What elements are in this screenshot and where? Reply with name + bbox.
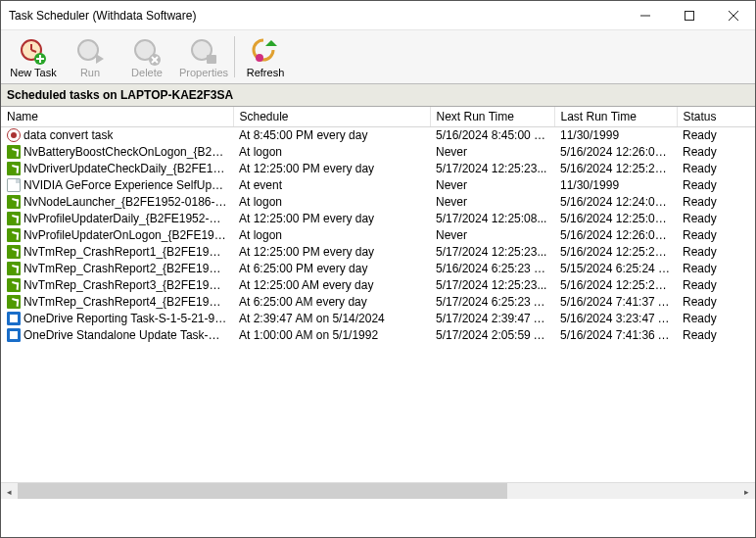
properties-button: Properties [175,32,232,81]
task-schedule: At 1:00:00 AM on 5/1/1992 [233,327,430,344]
clock-plus-icon [20,38,47,66]
task-name: NvNodeLauncher_{B2FE1952-0186-46C3-... [24,195,227,209]
task-schedule: At 12:25:00 PM every day [233,211,430,227]
task-last: 5/15/2024 6:25:24 PM [554,261,677,277]
refresh-button[interactable]: Refresh [237,32,294,81]
table-row[interactable]: NvBatteryBoostCheckOnLogon_{B2FE195...At… [1,144,755,161]
task-next: Never [430,194,554,211]
task-icon [7,295,21,309]
task-schedule: At 6:25:00 AM every day [233,294,430,311]
task-name: NvDriverUpdateCheckDaily_{B2FE1952-0... [24,162,227,175]
task-last: 11/30/1999 [554,177,677,194]
task-next: Never [430,177,554,194]
run-label: Run [80,67,100,78]
titlebar[interactable]: Task Scheduler (Withdata Software) [1,1,755,30]
task-icon [7,145,21,159]
task-name: NvProfileUpdaterOnLogon_{B2FE1952-01... [24,228,227,242]
task-schedule: At event [233,177,430,194]
scroll-track[interactable] [18,483,738,499]
task-name: NvTmRep_CrashReport2_{B2FE1952-018... [24,262,227,275]
task-last: 5/16/2024 12:26:00... [554,227,677,244]
task-next: 5/17/2024 2:39:47 AM [430,311,554,327]
refresh-icon [252,38,279,66]
table-row[interactable]: data convert taskAt 8:45:00 PM every day… [1,127,755,144]
col-last[interactable]: Last Run Time [554,107,677,127]
task-last: 5/16/2024 12:26:00... [554,144,677,161]
play-icon [76,38,104,66]
task-name: data convert task [24,128,113,142]
task-status: Ready [677,127,755,144]
horizontal-scrollbar[interactable]: ◂ ▸ [1,482,755,499]
col-name[interactable]: Name [1,107,233,127]
task-schedule: At 12:25:00 PM every day [233,244,430,261]
table-row[interactable]: OneDrive Reporting Task-S-1-5-21-91240..… [1,311,755,327]
task-next: 5/17/2024 12:25:08... [430,211,554,227]
task-name: NVIDIA GeForce Experience SelfUpdate_{..… [24,178,227,192]
task-name: OneDrive Standalone Update Task-S-1-5-..… [24,328,227,342]
task-status: Ready [677,277,755,294]
col-next[interactable]: Next Run Time [430,107,554,127]
maximize-button[interactable] [667,1,711,29]
task-status: Ready [677,227,755,244]
scroll-thumb[interactable] [18,483,507,499]
task-name: OneDrive Reporting Task-S-1-5-21-91240..… [24,312,227,325]
task-last: 5/16/2024 12:25:24... [554,161,677,177]
task-next: 5/17/2024 12:25:23... [430,244,554,261]
delete-icon [133,38,161,66]
task-last: 5/16/2024 7:41:37 AM [554,294,677,311]
table-row[interactable]: NvTmRep_CrashReport3_{B2FE1952-018...At … [1,277,755,294]
minimize-button[interactable] [623,1,667,29]
toolbar-separator [234,36,235,77]
task-name: NvTmRep_CrashReport4_{B2FE1952-018... [24,295,227,309]
run-button: Run [62,32,118,81]
table-header-row: Name Schedule Next Run Time Last Run Tim… [1,107,755,127]
col-schedule[interactable]: Schedule [233,107,430,127]
task-last: 5/16/2024 12:25:24... [554,244,677,261]
svg-rect-1 [685,11,693,20]
window-title: Task Scheduler (Withdata Software) [9,9,623,23]
task-schedule: At logon [233,194,430,211]
table-row[interactable]: NvProfileUpdaterDaily_{B2FE1952-0186-4..… [1,211,755,227]
toolbar: New Task Run Delete Properties Refresh [1,30,755,84]
task-name: NvTmRep_CrashReport1_{B2FE1952-018... [24,245,227,259]
task-table[interactable]: Name Schedule Next Run Time Last Run Tim… [1,107,755,344]
task-schedule: At 2:39:47 AM on 5/14/2024 [233,311,430,327]
delete-label: Delete [131,67,163,78]
close-button[interactable] [711,1,755,29]
new-task-button[interactable]: New Task [5,32,62,81]
task-status: Ready [677,177,755,194]
task-schedule: At logon [233,227,430,244]
scroll-right-button[interactable]: ▸ [738,483,755,499]
task-last: 5/16/2024 3:23:47 AM [554,311,677,327]
table-row[interactable]: NvTmRep_CrashReport2_{B2FE1952-018...At … [1,261,755,277]
task-next: 5/17/2024 2:05:59 AM [430,327,554,344]
task-next: Never [430,144,554,161]
task-schedule: At logon [233,144,430,161]
task-name: NvBatteryBoostCheckOnLogon_{B2FE195... [24,145,227,159]
task-status: Ready [677,144,755,161]
properties-label: Properties [179,67,228,78]
table-row[interactable]: NVIDIA GeForce Experience SelfUpdate_{..… [1,177,755,194]
table-row[interactable]: OneDrive Standalone Update Task-S-1-5-..… [1,327,755,344]
task-next: 5/16/2024 6:25:23 PM [430,261,554,277]
task-next: 5/17/2024 12:25:23... [430,277,554,294]
task-table-wrap: Name Schedule Next Run Time Last Run Tim… [1,107,755,499]
delete-button: Delete [118,32,175,81]
table-row[interactable]: NvProfileUpdaterOnLogon_{B2FE1952-01...A… [1,227,755,244]
task-name: NvProfileUpdaterDaily_{B2FE1952-0186-4..… [24,212,227,225]
task-status: Ready [677,161,755,177]
task-icon [7,312,21,325]
table-row[interactable]: NvTmRep_CrashReport4_{B2FE1952-018...At … [1,294,755,311]
svg-marker-11 [96,54,104,64]
col-status[interactable]: Status [677,107,755,127]
new-task-label: New Task [10,67,56,78]
table-row[interactable]: NvDriverUpdateCheckDaily_{B2FE1952-0...A… [1,161,755,177]
task-icon [7,128,21,142]
table-row[interactable]: NvTmRep_CrashReport1_{B2FE1952-018...At … [1,244,755,261]
task-name: NvTmRep_CrashReport3_{B2FE1952-018... [24,278,227,292]
task-last: 5/16/2024 12:25:09... [554,211,677,227]
refresh-label: Refresh [247,67,285,78]
scroll-left-button[interactable]: ◂ [1,483,18,499]
task-schedule: At 12:25:00 PM every day [233,161,430,177]
table-row[interactable]: NvNodeLauncher_{B2FE1952-0186-46C3-...At… [1,194,755,211]
